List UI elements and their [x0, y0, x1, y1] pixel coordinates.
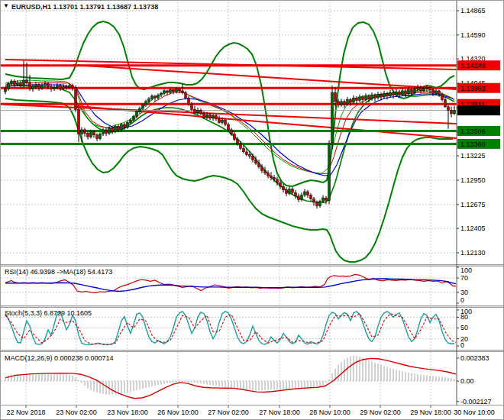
time-label: 26 Nov 10:00 — [157, 409, 199, 416]
svg-text:30: 30 — [460, 289, 468, 296]
svg-text:1.12130: 1.12130 — [460, 249, 486, 257]
time-label: 27 Nov 02:00 — [208, 409, 249, 416]
rsi-lines — [5, 274, 456, 292]
bollinger-bands — [5, 21, 454, 262]
chart-window: 1.148651.145901.143201.140451.137701.134… — [0, 0, 504, 420]
stoch-axis[interactable]: 1008050200 — [457, 308, 472, 349]
svg-text:1.12405: 1.12405 — [460, 225, 486, 232]
macd-axis[interactable]: 0.0023830.00-0.002127 — [457, 354, 492, 405]
svg-text:1.13506: 1.13506 — [460, 128, 486, 135]
candles — [5, 60, 456, 208]
time-label: 29 Nov 18:00 — [410, 409, 451, 416]
time-label: 28 Nov 10:00 — [309, 409, 351, 416]
rsi-indicator-label: RSI(14) 46.9398 ->MA(18) 54.4173 — [5, 268, 112, 276]
svg-text:70: 70 — [460, 274, 468, 282]
svg-text:1.12950: 1.12950 — [460, 176, 486, 184]
time-label: 30 Nov 10:00 — [454, 409, 495, 416]
svg-text:1.13360: 1.13360 — [460, 141, 486, 148]
svg-text:1.12675: 1.12675 — [460, 201, 486, 208]
svg-text:0.002383: 0.002383 — [460, 354, 489, 362]
time-label: 23 Nov 18:00 — [107, 409, 148, 416]
stoch-indicator-label: Stoch(5,3,3) 6.8729 10.1605 — [5, 309, 92, 317]
time-label: 29 Nov 02:00 — [360, 409, 401, 416]
svg-text:80: 80 — [460, 313, 468, 321]
svg-text:100: 100 — [460, 267, 472, 274]
time-axis-ticks — [26, 405, 431, 408]
chart-dropdown-icon[interactable]: ▼ — [3, 2, 9, 9]
svg-text:1.14590: 1.14590 — [460, 31, 486, 39]
time-label: 22 Nov 2018 — [6, 409, 45, 416]
svg-text:1.14865: 1.14865 — [460, 7, 486, 15]
svg-text:1.13992: 1.13992 — [460, 85, 486, 92]
time-label: 27 Nov 18:00 — [259, 409, 300, 416]
svg-text:1.13738: 1.13738 — [460, 107, 486, 115]
rsi-axis[interactable]: 10070300 — [457, 267, 472, 304]
svg-text:0.00: 0.00 — [460, 377, 474, 385]
svg-text:1.14246: 1.14246 — [460, 62, 486, 69]
macd-lines — [5, 356, 456, 399]
svg-text:0: 0 — [460, 296, 464, 304]
svg-text:0: 0 — [460, 341, 464, 349]
svg-text:1.13225: 1.13225 — [460, 152, 486, 160]
macd-indicator-label: MACD(12,26,9) 0.000238 0.000714 — [5, 354, 114, 362]
chart-title-ohlc: EURUSD,H1 1.13701 1.13791 1.13687 1.1373… — [11, 3, 158, 11]
time-label: 23 Nov 02:00 — [56, 409, 97, 416]
price-tags: 1.142461.139921.138111.137381.135061.133… — [457, 60, 500, 149]
svg-text:-0.002127: -0.002127 — [460, 398, 492, 405]
svg-text:50: 50 — [460, 324, 468, 331]
